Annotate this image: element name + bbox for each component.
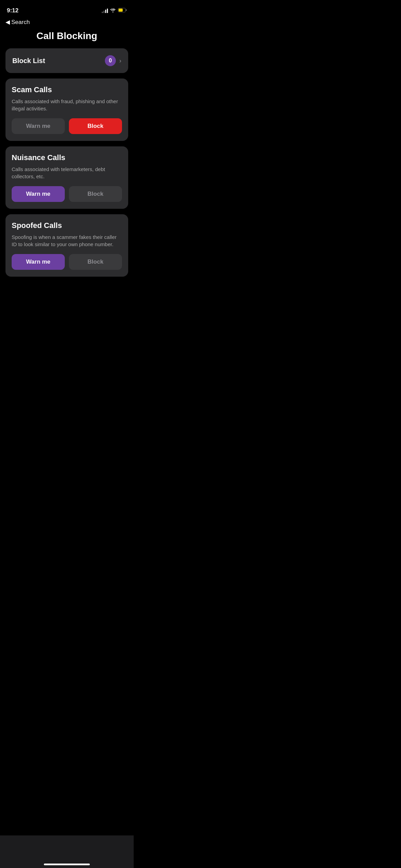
status-icons [102,8,127,14]
block-list-count: 0 [105,55,116,66]
nuisance-calls-desc: Calls associated with telemarketers, deb… [12,166,122,180]
wifi-icon [110,8,116,14]
block-list-card[interactable]: Block List 0 › [5,48,128,73]
back-nav[interactable]: ◀ Search [0,16,134,27]
block-list-right: 0 › [105,55,121,66]
svg-rect-2 [119,9,123,12]
scam-warn-button[interactable]: Warn me [12,118,65,134]
spoofed-block-button[interactable]: Block [69,254,122,270]
status-time: 9:12 [7,7,19,14]
nuisance-calls-title: Nuisance Calls [12,153,122,162]
block-list-label: Block List [12,57,45,65]
spoofed-warn-button[interactable]: Warn me [12,254,65,270]
nuisance-warn-button[interactable]: Warn me [12,186,65,202]
back-chevron-icon: ◀ [5,19,10,26]
scam-block-button[interactable]: Block [69,118,122,134]
nuisance-calls-buttons: Warn me Block [12,186,122,202]
scam-calls-card: Scam Calls Calls associated with fraud, … [5,79,128,141]
chevron-right-icon: › [119,57,121,64]
spoofed-calls-card: Spoofed Calls Spoofing is when a scammer… [5,214,128,277]
scam-calls-buttons: Warn me Block [12,118,122,134]
main-content: Block List 0 › Scam Calls Calls associat… [0,48,134,316]
back-label: Search [11,19,30,26]
spoofed-calls-title: Spoofed Calls [12,221,122,230]
battery-icon [118,8,127,14]
signal-icon [102,8,108,13]
svg-rect-1 [126,9,127,11]
scam-calls-title: Scam Calls [12,85,122,94]
status-bar: 9:12 [0,0,134,16]
nuisance-block-button[interactable]: Block [69,186,122,202]
page-title: Call Blocking [0,31,134,41]
spoofed-calls-buttons: Warn me Block [12,254,122,270]
spoofed-calls-desc: Spoofing is when a scammer fakes their c… [12,233,122,248]
scam-calls-desc: Calls associated with fraud, phishing an… [12,98,122,112]
nuisance-calls-card: Nuisance Calls Calls associated with tel… [5,146,128,209]
